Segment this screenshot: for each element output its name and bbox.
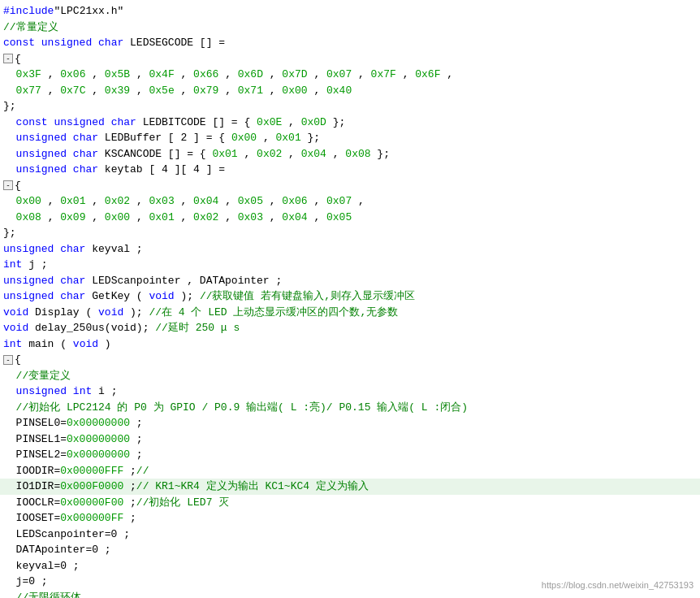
line-content: void Display ( void ); //在 4 个 LED 上动态显示… (3, 305, 697, 321)
line-content: #include"LPC21xx.h" (3, 3, 697, 20)
bracket-char: { (15, 51, 21, 67)
watermark: https://blog.csdn.net/weixin_42753193 (542, 578, 694, 592)
line-content: unsigned int i ; (3, 384, 697, 400)
line-content: PINSEL2=0x00000000 ; (3, 447, 697, 463)
code-line: const unsigned char LEDBITCODE [] = { 0x… (0, 115, 700, 131)
code-line: //初始化 LPC2124 的 P0 为 GPIO / P0.9 输出端( L … (0, 400, 700, 416)
line-content: 0x3F , 0x06 , 0x5B , 0x4F , 0x66 , 0x6D … (3, 67, 697, 83)
code-line: 0x3F , 0x06 , 0x5B , 0x4F , 0x66 , 0x6D … (0, 67, 700, 83)
line-content: }; (3, 98, 697, 115)
code-line: -{ (0, 352, 700, 368)
line-content: 0x00 , 0x01 , 0x02 , 0x03 , 0x04 , 0x05 … (3, 193, 697, 210)
code-line: //变量定义 (0, 368, 700, 384)
bracket-char: { (15, 178, 21, 194)
code-line: }; (0, 98, 700, 115)
code-container: #include"LPC21xx.h"//常量定义const unsigned … (0, 0, 700, 598)
bracket-char: { (15, 352, 21, 368)
line-content: unsigned char GetKey ( void ); //获取键值 若有… (3, 288, 697, 305)
line-content: }; (3, 225, 697, 241)
code-line: unsigned char keytab [ 4 ][ 4 ] = (0, 162, 700, 178)
line-content: unsigned char LEDBuffer [ 2 ] = { 0x00 ,… (3, 130, 697, 146)
line-content: IOODIR=0x00000FFF ;// (3, 463, 697, 479)
code-line: #include"LPC21xx.h" (0, 3, 700, 20)
code-line: const unsigned char LEDSEGCODE [] = (0, 35, 700, 51)
code-line: -{ (0, 178, 700, 194)
code-line: unsigned int i ; (0, 384, 700, 400)
code-line: IOODIR=0x00000FFF ;// (0, 463, 700, 479)
code-line: PINSEL2=0x00000000 ; (0, 447, 700, 463)
line-content: IOOCLR=0x00000F00 ;//初始化 LED7 灭 (3, 495, 697, 511)
code-line: 0x08 , 0x09 , 0x00 , 0x01 , 0x02 , 0x03 … (0, 210, 700, 226)
code-line: PINSEL0=0x00000000 ; (0, 415, 700, 431)
code-line: unsigned char LEDScanpointer , DATApoint… (0, 273, 700, 289)
line-content: PINSEL0=0x00000000 ; (3, 415, 697, 431)
line-content: //常量定义 (3, 20, 697, 36)
code-line: PINSEL1=0x00000000 ; (0, 431, 700, 448)
line-content: PINSEL1=0x00000000 ; (3, 431, 697, 448)
code-line: IOOCLR=0x00000F00 ;//初始化 LED7 灭 (0, 495, 700, 511)
line-content: unsigned char KSCANCODE [] = { 0x01 , 0x… (3, 146, 697, 162)
line-content: unsigned char keytab [ 4 ][ 4 ] = (3, 162, 697, 178)
line-content: unsigned char keyval ; (3, 241, 697, 258)
code-line: IO1DIR=0x000F0000 ;// KR1~KR4 定义为输出 KC1~… (0, 479, 700, 495)
line-content: DATApointer=0 ; (3, 542, 697, 558)
code-line: unsigned char LEDBuffer [ 2 ] = { 0x00 ,… (0, 130, 700, 146)
line-content: const unsigned char LEDBITCODE [] = { 0x… (3, 115, 697, 131)
line-content: //变量定义 (3, 368, 697, 384)
code-line: unsigned char keyval ; (0, 241, 700, 258)
line-content: const unsigned char LEDSEGCODE [] = (3, 35, 697, 51)
code-line: int j ; (0, 257, 700, 273)
code-line: //常量定义 (0, 20, 700, 36)
line-content: //初始化 LPC2124 的 P0 为 GPIO / P0.9 输出端( L … (3, 400, 697, 416)
code-line: LEDScanpointer=0 ; (0, 526, 700, 543)
bracket-toggle[interactable]: - (3, 180, 13, 190)
bracket-toggle[interactable]: - (3, 54, 13, 63)
line-content: keyval=0 ; (3, 558, 697, 574)
line-content: int main ( void ) (3, 336, 697, 353)
code-line: }; (0, 225, 700, 241)
line-content: LEDScanpointer=0 ; (3, 526, 697, 543)
code-line: unsigned char GetKey ( void ); //获取键值 若有… (0, 288, 700, 305)
line-content: unsigned char LEDScanpointer , DATApoint… (3, 273, 697, 289)
code-line: keyval=0 ; (0, 558, 700, 574)
line-content: IO1DIR=0x000F0000 ;// KR1~KR4 定义为输出 KC1~… (3, 479, 697, 495)
code-line: DATApointer=0 ; (0, 542, 700, 558)
code-line: IOOSET=0x000000FF ; (0, 510, 700, 526)
bracket-toggle[interactable]: - (3, 355, 13, 365)
code-line: void delay_250us(void); //延时 250 μ s (0, 320, 700, 336)
code-line: -{ (0, 51, 700, 67)
line-content: int j ; (3, 257, 697, 273)
code-lines: #include"LPC21xx.h"//常量定义const unsigned … (0, 3, 700, 598)
code-line: 0x00 , 0x01 , 0x02 , 0x03 , 0x04 , 0x05 … (0, 193, 700, 210)
line-content: 0x08 , 0x09 , 0x00 , 0x01 , 0x02 , 0x03 … (3, 210, 697, 226)
line-content: void delay_250us(void); //延时 250 μ s (3, 320, 697, 336)
code-line: int main ( void ) (0, 336, 700, 353)
line-content: 0x77 , 0x7C , 0x39 , 0x5e , 0x79 , 0x71 … (3, 83, 697, 99)
code-line: unsigned char KSCANCODE [] = { 0x01 , 0x… (0, 146, 700, 162)
line-content: IOOSET=0x000000FF ; (3, 510, 697, 526)
code-line: void Display ( void ); //在 4 个 LED 上动态显示… (0, 305, 700, 321)
code-line: 0x77 , 0x7C , 0x39 , 0x5e , 0x79 , 0x71 … (0, 83, 700, 99)
